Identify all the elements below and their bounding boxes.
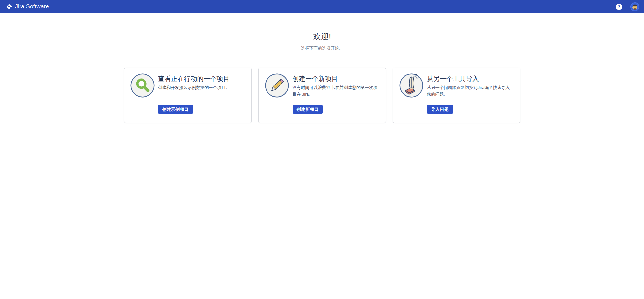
jira-brand[interactable]: Jira Software: [6, 3, 49, 10]
jira-logo-icon: [6, 4, 12, 10]
card-body: 查看正在行动的一个项目 创建和开发预装示例数据的一个项目。: [158, 74, 245, 91]
help-icon[interactable]: ?: [616, 4, 622, 10]
pencil-icon: [265, 73, 289, 98]
card-sample-project: 查看正在行动的一个项目 创建和开发预装示例数据的一个项目。 创建示例项目: [124, 68, 252, 123]
card-description: 创建和开发预装示例数据的一个项目。: [158, 84, 245, 91]
card-title: 从另一个工具导入: [427, 74, 514, 83]
page-subtitle: 选择下面的选项开始。: [0, 46, 644, 51]
page-title: 欢迎!: [0, 32, 644, 41]
top-navbar: Jira Software ?: [0, 0, 644, 13]
import-issues-button[interactable]: 导入问题: [427, 105, 453, 114]
card-title: 查看正在行动的一个项目: [158, 74, 245, 83]
card-description: 没有时间可以浪费?! 卡在并创建您的第一次项目在 Jira。: [293, 84, 379, 98]
welcome-page: 欢迎! 选择下面的选项开始。 查看正在行动的一个项目 创建和开发预装示例数据的一…: [0, 13, 644, 123]
create-new-project-button[interactable]: 创建新项目: [293, 105, 323, 114]
card-import-tool: 从另一个工具导入 从另一个问题跟踪器切换到Jira吗？快速导入您的问题。 导入问…: [393, 68, 520, 123]
option-cards: 查看正在行动的一个项目 创建和开发预装示例数据的一个项目。 创建示例项目: [0, 68, 644, 123]
card-title: 创建一个新项目: [293, 74, 379, 83]
card-body: 从另一个工具导入 从另一个问题跟踪器切换到Jira吗？快速导入您的问题。: [427, 74, 514, 98]
card-description: 从另一个问题跟踪器切换到Jira吗？快速导入您的问题。: [427, 84, 514, 98]
vacuum-icon: [399, 73, 423, 98]
create-sample-project-button[interactable]: 创建示例项目: [158, 105, 193, 114]
card-new-project: 创建一个新项目 没有时间可以浪费?! 卡在并创建您的第一次项目在 Jira。 创…: [258, 68, 386, 123]
magnifier-icon: [130, 73, 155, 98]
card-body: 创建一个新项目 没有时间可以浪费?! 卡在并创建您的第一次项目在 Jira。: [293, 74, 379, 98]
user-avatar[interactable]: [630, 2, 639, 11]
brand-name: Jira Software: [15, 3, 49, 10]
